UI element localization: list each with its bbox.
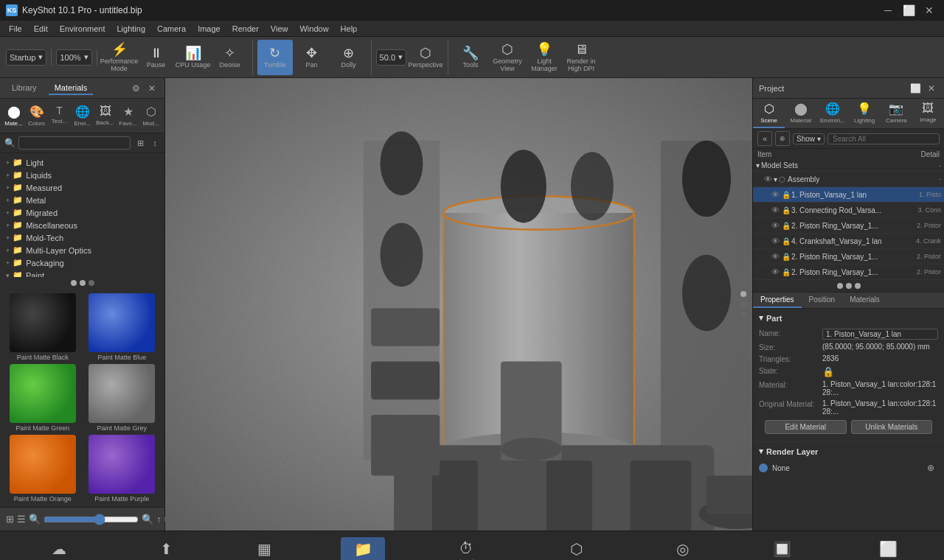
search-bottom-button[interactable]: 🔍	[29, 511, 41, 528]
menu-window[interactable]: Window	[294, 23, 334, 35]
project-bottom-button[interactable]: 📁 Project	[341, 537, 385, 561]
right-panel-close-button[interactable]: ✕	[925, 82, 938, 95]
library-tab[interactable]: Library	[6, 82, 43, 95]
performance-mode-button[interactable]: ⚡ Performance Mode	[102, 40, 137, 75]
import-button[interactable]: ⬆ Import	[145, 537, 188, 561]
favorites-icon-tab[interactable]: ★ Favo...	[117, 102, 139, 130]
visibility-icon[interactable]: 👁	[769, 251, 781, 262]
animation-button[interactable]: ⏱ Animation	[440, 537, 493, 560]
menu-camera[interactable]: Camera	[151, 23, 192, 35]
tree-item-measured[interactable]: + 📁 Measured	[0, 181, 164, 194]
materials-props-tab[interactable]: Materials	[842, 293, 887, 308]
camera-tab[interactable]: 📷 Camera	[881, 99, 912, 128]
tree-row-modelsets[interactable]: ▾ Model Sets -	[753, 160, 944, 172]
tree-item-miscellaneous[interactable]: + 📁 Miscellaneous	[0, 219, 164, 231]
render-bottom-button[interactable]: 🔲 Render	[760, 537, 805, 561]
tree-item-mold-tech[interactable]: + 📁 Mold-Tech	[0, 231, 164, 244]
tree-row-assembly[interactable]: 👁 ▾ ⬡ Assembly -	[753, 172, 944, 187]
menu-edit[interactable]: Edit	[28, 23, 54, 35]
panel-close-button[interactable]: ✕	[145, 82, 159, 95]
dot-2[interactable]	[80, 280, 86, 286]
textures-icon-tab[interactable]: T Text...	[49, 102, 70, 130]
menu-view[interactable]: View	[265, 23, 294, 35]
workspaces-dropdown[interactable]: Startup	[6, 49, 46, 66]
menu-image[interactable]: Image	[192, 23, 226, 35]
dot-1[interactable]	[71, 280, 77, 286]
tree-row-connecting-rod[interactable]: 👁 🔒 3. Connecting Rod_Varsa... 3. Conn	[753, 203, 944, 218]
library-bottom-button[interactable]: ▦ Library	[243, 537, 287, 561]
scene-tab[interactable]: ⬡ Scene	[753, 99, 785, 128]
materials-tab[interactable]: Materials	[49, 82, 94, 95]
environment-icon-tab[interactable]: 🌐 Envi...	[72, 102, 93, 130]
cloud-library-button[interactable]: ☁ Cloud Library	[27, 537, 91, 561]
right-panel-expand-button[interactable]: ⬜	[909, 82, 922, 95]
visibility-icon[interactable]: 👁	[769, 266, 781, 278]
menu-render[interactable]: Render	[226, 23, 265, 35]
geometry-view-button[interactable]: ⬡ Geometry View	[490, 40, 525, 75]
tree-item-migrated[interactable]: + 📁 Migrated	[0, 206, 164, 219]
tree-row-crankshaft[interactable]: 👁 🔒 4. Crankshaft_Varsay_1 lan 4. Crank	[753, 234, 944, 249]
render-hq-button[interactable]: 🖥 Render in High DPI	[563, 40, 599, 75]
properties-tab[interactable]: Properties	[753, 293, 802, 308]
name-input[interactable]	[822, 329, 938, 340]
tree-row-piston-ring1[interactable]: 👁 🔒 2. Piston Ring_Varsay_1... 2. Pistor	[753, 218, 944, 234]
material-paint-matte-purple[interactable]: Paint Matte Purple	[84, 435, 161, 503]
tree-item-metal[interactable]: + 📁 Metal	[0, 194, 164, 206]
close-button[interactable]: ✕	[920, 4, 938, 17]
menu-environment[interactable]: Environment	[54, 23, 111, 35]
menu-help[interactable]: Help	[335, 23, 364, 35]
tree-row-piston-ring3[interactable]: 👁 🔒 2. Piston Ring_Varsay_1... 2. Pistor	[753, 265, 944, 280]
sort-button[interactable]: ↕	[148, 136, 162, 150]
keyshotxr-button[interactable]: ⬡ KeyShotXR	[548, 537, 606, 561]
material-tab[interactable]: ⬤ Material	[785, 99, 816, 128]
dolly-button[interactable]: ⊕ Dolly	[331, 40, 367, 75]
side-nav-dot-1[interactable]	[740, 291, 746, 297]
maximize-button[interactable]: ⬜	[900, 4, 917, 17]
menu-lighting[interactable]: Lighting	[111, 23, 151, 35]
fov-input[interactable]: 50.0	[376, 49, 406, 66]
environ-tab[interactable]: 🌐 Environ...	[816, 99, 848, 128]
material-paint-matte-orange[interactable]: Paint Matte Orange	[4, 435, 81, 503]
tree-item-packaging[interactable]: + 📁 Packaging	[0, 256, 164, 269]
perspective-button[interactable]: ⬡ Perspective	[408, 40, 443, 75]
size-slider[interactable]	[44, 514, 139, 525]
render-layer-header[interactable]: ▾ Render Layer	[759, 447, 938, 456]
pause-button[interactable]: ⏸ Pause	[139, 40, 174, 75]
material-paint-matte-black[interactable]: Paint Matte Black	[4, 293, 81, 361]
scene-search-input[interactable]	[827, 133, 940, 144]
collapse-all-button[interactable]: «	[757, 131, 772, 146]
dot-3[interactable]	[88, 280, 94, 286]
cpu-dropdown[interactable]: 100%	[56, 49, 91, 66]
filter-button[interactable]: ⊞	[133, 136, 147, 150]
scene-dot-2[interactable]	[846, 283, 852, 289]
visibility-icon[interactable]: 👁	[769, 189, 781, 200]
scene-dot-1[interactable]	[837, 283, 843, 289]
tree-item-liquids[interactable]: + 📁 Liquids	[0, 169, 164, 181]
expand-all-button[interactable]: ⊕	[775, 131, 790, 146]
tumble-button[interactable]: ↻ Tumble	[257, 40, 293, 75]
tree-row-piston-ring2[interactable]: 👁 🔒 2. Piston Ring_Varsay_1... 2. Pistor	[753, 249, 944, 265]
tree-item-multilayer[interactable]: + 📁 Multi-Layer Optics	[0, 244, 164, 256]
viewport[interactable]	[165, 78, 752, 531]
side-nav-dot-3[interactable]	[740, 312, 746, 318]
background-icon-tab[interactable]: 🖼 Back...	[94, 102, 116, 130]
side-nav-dot-2[interactable]	[740, 301, 746, 307]
tree-item-paint[interactable]: ▾ 📁 Paint	[0, 269, 164, 277]
part-section-header[interactable]: ▾ Part	[759, 313, 938, 323]
position-tab[interactable]: Position	[802, 293, 843, 308]
list-view-button[interactable]: ☰	[17, 511, 26, 528]
unlink-materials-button[interactable]: Unlink Materials	[851, 420, 933, 434]
zoom-button[interactable]: 🔍	[142, 511, 153, 528]
tools-button[interactable]: 🔧 Tools	[453, 40, 488, 75]
add-button[interactable]: ↑	[156, 511, 162, 528]
colors-icon-tab[interactable]: 🎨 Colors	[26, 102, 47, 130]
search-input[interactable]	[18, 136, 131, 150]
panel-settings-button[interactable]: ⚙	[129, 82, 142, 95]
cpu-usage-button[interactable]: 📊 CPU Usage	[176, 40, 211, 75]
tree-row-piston1[interactable]: 👁 🔒 1. Piston_Varsay_1 lan 1. Pisto	[753, 187, 944, 203]
material-paint-matte-blue[interactable]: Paint Matte Blue	[84, 293, 161, 361]
tree-item-light[interactable]: + 📁 Light	[0, 156, 164, 169]
image-tab[interactable]: 🖼 Image	[912, 99, 944, 128]
edit-material-button[interactable]: Edit Material	[765, 420, 847, 434]
show-dropdown[interactable]: Show	[793, 133, 825, 144]
